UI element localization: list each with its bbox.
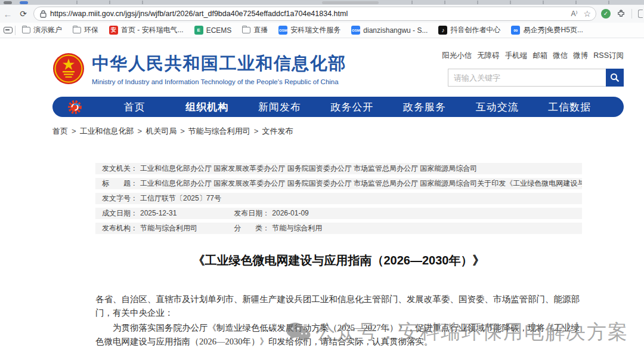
nav-item-news[interactable]: 新闻发布 xyxy=(243,100,316,114)
util-link-weibo[interactable]: 微博 xyxy=(573,51,588,61)
article-title: 《工业绿色微电网建设与应用指南（2026—2030年）》 xyxy=(95,253,582,269)
tab-separator xyxy=(510,1,511,4)
bookmark-item[interactable]: E ECEMS xyxy=(190,24,236,36)
acrel-favicon: 安 xyxy=(109,26,118,35)
site-brand[interactable]: 中华人民共和国工业和信息化部 Ministry of Industry and … xyxy=(52,51,346,87)
folder-icon xyxy=(242,27,250,33)
bookmark-item[interactable]: OSM 安科瑞文件服务 xyxy=(274,24,345,36)
bookmark-label: 抖音创作者中心 xyxy=(450,25,500,35)
bookmark-label: 易企秀|免费H5页... xyxy=(523,25,583,35)
browser-toolbar: ← ⟳ https://wap.miit.gov.cn/jgsj/jns/wjf… xyxy=(0,5,644,23)
meta-label: 发文机关： xyxy=(102,164,138,173)
bookmark-item[interactable]: ∞ 易企秀|免费H5页... xyxy=(507,24,587,36)
active-tab-indicator xyxy=(20,1,28,4)
bookmark-folder[interactable]: 环保 xyxy=(69,24,103,36)
tab-separator xyxy=(444,1,445,4)
tab-separator xyxy=(575,1,577,4)
breadcrumb-departments[interactable]: 机关司局 xyxy=(145,127,177,136)
nav-item-interaction[interactable]: 互动交流 xyxy=(461,100,534,114)
bookmark-label: dianzishangwu - S... xyxy=(363,26,428,35)
cutoff-toolbar-icon[interactable] xyxy=(638,10,643,18)
breadcrumb-separator: > xyxy=(72,127,76,136)
util-link-accessibility[interactable]: 无障碍 xyxy=(477,51,500,61)
bookmark-label: 首页 - 安科瑞电气... xyxy=(121,25,184,35)
browser-tab-strip[interactable] xyxy=(0,0,644,5)
tab-separator xyxy=(477,1,478,4)
miit-page: 中华人民共和国工业和信息化部 Ministry of Industry and … xyxy=(0,38,644,350)
bookmarks-bar: 演示账户 环保 安 首页 - 安科瑞电气... E ECEMS 直播 OSM 安… xyxy=(0,23,644,38)
nav-item-gov-services[interactable]: 政务服务 xyxy=(388,100,461,114)
breadcrumb-home[interactable]: 首页 xyxy=(52,127,68,136)
meta-label: 发文字号： xyxy=(102,194,138,202)
extensions-puzzle-icon[interactable] xyxy=(617,10,626,19)
breadcrumb-documents[interactable]: 文件发布 xyxy=(262,127,293,136)
article-body: 各省、自治区、直辖市及计划单列市、新疆生产建设兵团工业和信息化主管部门、发展改革… xyxy=(95,292,582,349)
article-salutation: 各省、自治区、直辖市及计划单列市、新疆生产建设兵团工业和信息化主管部门、发展改革… xyxy=(95,292,582,320)
adblock-shield-icon[interactable]: ✓ xyxy=(601,9,611,19)
site-search-input[interactable] xyxy=(448,69,606,87)
meta-value: 2026-01-09 xyxy=(272,209,308,217)
meta-value: 2025-12-31 xyxy=(140,209,177,217)
meta-row-title: 标 题：工业和信息化部办公厅 国家发展改革委办公厅 国务院国资委办公厅 市场监管… xyxy=(95,178,582,189)
osm-favicon: OSM xyxy=(278,26,287,35)
search-icon xyxy=(610,73,620,82)
bookmarks-separator xyxy=(15,26,16,35)
breadcrumb-energy-dept[interactable]: 节能与综合利用司 xyxy=(188,127,250,136)
meta-value: 工信厅联节〔2025〕77号 xyxy=(140,194,221,202)
meta-label: 发布日期： xyxy=(234,209,270,217)
meta-row-dates: 成文日期：2025-12-31 发布日期：2026-01-09 xyxy=(95,208,582,219)
document-meta-table: 发文机关：工业和信息化部办公厅 国家发展改革委办公厅 国务院国资委办公厅 市场监… xyxy=(95,163,582,234)
bookmark-folder[interactable]: 直播 xyxy=(238,24,272,36)
site-search-button[interactable] xyxy=(606,69,624,87)
site-title-cn: 中华人民共和国工业和信息化部 xyxy=(92,52,346,76)
back-button[interactable]: ← xyxy=(0,9,16,19)
nav-item-gov-openness[interactable]: 政务公开 xyxy=(316,100,389,114)
reload-button[interactable]: ⟳ xyxy=(16,9,31,19)
util-link-sunshine[interactable]: 阳光小信 xyxy=(442,51,472,61)
bookmark-item[interactable]: OSM dianzishangwu - S... xyxy=(347,24,432,36)
eqxiu-favicon: ∞ xyxy=(511,26,520,35)
site-title-en: Ministry of Industry and Information Tec… xyxy=(92,78,346,85)
tab-separator xyxy=(543,1,544,4)
nav-item-organization[interactable]: 组织机构 xyxy=(171,100,244,114)
util-link-rss[interactable]: RSS订阅 xyxy=(593,51,624,61)
meta-value: 节能与综合利用司 xyxy=(140,224,197,232)
util-link-mail[interactable]: 邮箱 xyxy=(532,51,547,61)
breadcrumb: 首页>工业和信息化部>机关司局>节能与综合利用司>文件发布 xyxy=(52,126,624,137)
address-bar[interactable]: https://wap.miit.gov.cn/jgsj/jns/wjfb/ar… xyxy=(33,7,596,21)
meta-label: 标 题： xyxy=(102,179,138,187)
bookmark-item[interactable]: ♪ 抖音创作者中心 xyxy=(434,24,504,36)
folder-icon xyxy=(73,27,81,33)
util-link-mobile[interactable]: 手机端 xyxy=(505,51,528,61)
nav-item-home[interactable]: 首页 xyxy=(98,100,171,114)
douyin-favicon: ♪ xyxy=(438,26,447,35)
tab-separator xyxy=(76,1,78,4)
bookmark-label: 直播 xyxy=(253,25,268,35)
tab-separator xyxy=(109,1,110,4)
url-text[interactable]: https://wap.miit.gov.cn/jgsj/jns/wjfb/ar… xyxy=(50,10,565,18)
bookmark-label: 安科瑞文件服务 xyxy=(290,25,340,35)
meta-label: 分 类： xyxy=(234,224,270,232)
article-paragraph: 为贯彻落实国务院办公厅《制造业绿色低碳发展行动方案（2025—2027年）》，促… xyxy=(95,321,582,349)
meta-value: 工业和信息化部办公厅 国家发展改革委办公厅 国务院国资委办公厅 市场监管总局办公… xyxy=(140,179,582,187)
bookmark-label: ECEMS xyxy=(206,26,232,35)
miit-gear-logo-icon xyxy=(67,99,83,115)
breadcrumb-separator: > xyxy=(254,127,259,136)
main-nav: 首页 组织机构 新闻发布 政务公开 政务服务 互动交流 工信数据 xyxy=(52,97,624,117)
nav-item-data[interactable]: 工信数据 xyxy=(533,100,606,114)
util-link-wechat[interactable]: 微信 xyxy=(553,51,568,61)
bookmark-item[interactable]: 安 首页 - 安科瑞电气... xyxy=(105,24,188,36)
bookmark-folder[interactable]: 演示账户 xyxy=(18,24,66,36)
read-aloud-icon[interactable]: A⁾ xyxy=(571,10,577,18)
lock-icon xyxy=(40,10,47,18)
bookmark-label: 环保 xyxy=(84,25,98,35)
add-favorite-icon[interactable]: ☆ xyxy=(583,9,591,19)
tab-chip xyxy=(4,1,12,4)
ecems-favicon: E xyxy=(194,26,203,35)
breadcrumb-miit[interactable]: 工业和信息化部 xyxy=(80,127,134,136)
meta-row-issuing-agency: 发文机关：工业和信息化部办公厅 国家发展改革委办公厅 国务院国资委办公厅 市场监… xyxy=(95,163,582,174)
meta-value: 工业和信息化部办公厅 国家发展改革委办公厅 国务院国资委办公厅 市场监管总局办公… xyxy=(140,164,477,173)
workspaces-icon[interactable] xyxy=(4,27,13,33)
tab-separator xyxy=(142,1,143,4)
meta-label: 发布机构： xyxy=(102,224,138,232)
